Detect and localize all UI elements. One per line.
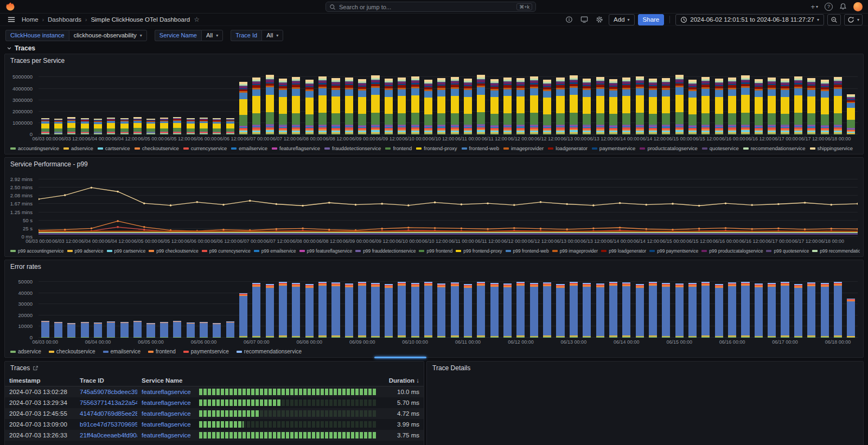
user-avatar[interactable] (853, 2, 863, 11)
service-name-link[interactable]: featureflagservice (137, 432, 195, 438)
dashboard-insights-button[interactable] (563, 14, 575, 25)
refresh-button[interactable]: ▾ (844, 14, 863, 25)
trace-id-link[interactable]: 41474d0769d85ee2828... (75, 410, 137, 417)
legend-item[interactable]: cartservice (98, 145, 130, 151)
add-button[interactable]: Add ▾ (609, 14, 634, 25)
trace-id-link[interactable]: 75563771413a22a54618... (75, 399, 137, 406)
legend-item[interactable]: frontend (385, 145, 412, 151)
search-bar[interactable]: ⌘+k (326, 2, 536, 12)
column-header-trace-id[interactable]: Trace ID (75, 377, 137, 384)
legend-item[interactable]: p99 paymentservice (649, 248, 698, 254)
plot-area[interactable] (39, 73, 858, 134)
trace-id-link[interactable]: 21ff4a0ceeaeb4fd90af0... (75, 432, 137, 438)
legend-item[interactable]: p99 loadgenerator (601, 248, 646, 254)
legend-item[interactable]: p99 frontend-web (506, 248, 549, 254)
help-button[interactable]: ? (825, 3, 833, 11)
legend-item[interactable]: p99 recommendationservice (812, 248, 860, 254)
notifications-button[interactable] (839, 3, 847, 10)
legend-item[interactable]: checkoutservice (49, 349, 95, 354)
mega-menu-button[interactable] (5, 14, 17, 25)
share-button[interactable]: Share (638, 14, 665, 25)
plot-area[interactable] (39, 176, 858, 237)
stacked-bar (187, 73, 195, 134)
variable-value-dropdown[interactable]: clickhouse-observability ▾ (69, 30, 147, 41)
table-row[interactable]: 2024-07-03 13:09:00b91ce47d753709695f1d.… (5, 419, 424, 430)
panel-title[interactable]: Trace Details (427, 362, 863, 375)
legend-item[interactable]: emailservice (231, 145, 267, 151)
legend-item[interactable]: p99 frontend (419, 248, 452, 254)
legend-item[interactable]: p99 productcatalogservice (701, 248, 763, 254)
legend-item[interactable]: adservice (63, 145, 93, 151)
column-header-timestamp[interactable]: timestamp (5, 377, 75, 384)
legend-item[interactable]: featureflagservice (272, 145, 320, 151)
zoom-out-time-button[interactable] (827, 14, 841, 25)
dashboard-settings-button[interactable] (593, 14, 605, 25)
legend-item[interactable]: p99 cartservice (107, 248, 146, 254)
legend-item[interactable]: p99 emailservice (254, 248, 296, 254)
legend-item[interactable]: recommendationservice (743, 145, 806, 151)
trace-id-link[interactable]: 745a59078cbdeec39b7... (75, 389, 137, 395)
column-header-service-name[interactable]: Service Name (137, 377, 195, 384)
panel-title[interactable]: Traces per Service (5, 54, 863, 67)
legend-item[interactable]: p99 adservice (67, 248, 104, 254)
panel-links-icon[interactable] (33, 365, 39, 371)
legend-item[interactable]: adservice (10, 349, 41, 354)
breadcrumb-dashboards[interactable]: Dashboards (48, 16, 81, 23)
breadcrumb-current-dashboard[interactable]: Simple ClickHouse OTel Dashboard (91, 16, 190, 23)
panel-title[interactable]: Error rates (5, 260, 863, 273)
legend-item[interactable]: p99 accountingservice (10, 248, 64, 254)
time-range-picker[interactable]: 2024-06-02 12:01:51 to 2024-06-18 11:27:… (675, 14, 824, 25)
legend-item[interactable]: p99 currencyservice (202, 248, 251, 254)
legend-item[interactable]: frontend-web (462, 145, 499, 151)
table-row[interactable]: 2024-07-03 12:45:5541474d0769d85ee2828..… (5, 408, 424, 419)
legend-item[interactable]: checkoutservice (135, 145, 179, 151)
service-name-link[interactable]: featureflagservice (137, 421, 195, 428)
legend-item[interactable]: frontend-proxy (416, 145, 457, 151)
favorite-star-icon[interactable]: ☆ (194, 16, 200, 23)
duration-gauge-cell (195, 399, 381, 406)
legend-item[interactable]: p99 frontend-proxy (456, 248, 502, 254)
legend-item[interactable]: productcatalogservice (640, 145, 697, 151)
trace-id-link[interactable]: b91ce47d753709695f1d... (75, 421, 137, 428)
legend-item[interactable]: loadgenerator (548, 145, 588, 151)
legend-item[interactable]: paymentservice (592, 145, 636, 151)
legend-item[interactable]: frontend (148, 349, 176, 354)
service-name-link[interactable]: featureflagservice (137, 389, 195, 395)
service-name-link[interactable]: featureflagservice (137, 399, 195, 406)
legend-item[interactable]: quoteservice (702, 145, 739, 151)
table-row[interactable]: 2024-07-03 13:02:28745a59078cbdeec39b7..… (5, 386, 424, 397)
table-row[interactable]: 2024-07-03 13:26:3321ff4a0ceeaeb4fd90af0… (5, 430, 424, 441)
legend-item[interactable]: frauddetectionservice (324, 145, 381, 151)
variable-value-dropdown[interactable]: All ▾ (261, 30, 283, 41)
legend-item[interactable]: currencyservice (183, 145, 227, 151)
search-input[interactable] (339, 4, 513, 10)
panel-title[interactable]: Traces (5, 362, 424, 375)
plot-area[interactable] (39, 279, 858, 338)
legend-item[interactable]: p99 frauddetectionservice (355, 248, 416, 254)
legend-item[interactable]: shippingservice (810, 145, 853, 151)
x-axis-label: 06/10 12:00 (422, 238, 448, 244)
legend-item[interactable]: paymentservice (183, 349, 229, 354)
tv-mode-button[interactable] (578, 14, 590, 25)
bar-segment (345, 89, 353, 96)
grafana-logo[interactable] (5, 2, 15, 11)
breadcrumb-home[interactable]: Home (22, 16, 39, 23)
row-header-traces[interactable]: Traces (0, 43, 42, 53)
legend-item[interactable]: p99 imageprovider (552, 248, 598, 254)
column-header-duration[interactable]: Duration ↓ (381, 377, 424, 384)
legend-swatch-icon (462, 147, 467, 150)
legend-item[interactable]: emailservice (103, 349, 141, 354)
bar-segment (649, 337, 657, 338)
panel-title[interactable]: Service Performance - p99 (5, 158, 863, 171)
legend-item[interactable]: p99 featureflagservice (299, 248, 353, 254)
legend-item[interactable]: p99 checkoutservice (149, 248, 199, 254)
y-axis-label: 10000 (18, 323, 33, 329)
legend-item[interactable]: recommendationservice (237, 349, 302, 354)
variable-value-dropdown[interactable]: All ▾ (201, 30, 223, 41)
table-row[interactable]: 2024-07-03 13:29:3475563771413a22a54618.… (5, 397, 424, 408)
legend-item[interactable]: accountingservice (10, 145, 59, 151)
service-name-link[interactable]: featureflagservice (137, 410, 195, 417)
legend-item[interactable]: imageprovider (503, 145, 544, 151)
new-menu-button[interactable]: + ▾ (810, 3, 818, 11)
legend-item[interactable]: p99 quoteservice (766, 248, 809, 254)
